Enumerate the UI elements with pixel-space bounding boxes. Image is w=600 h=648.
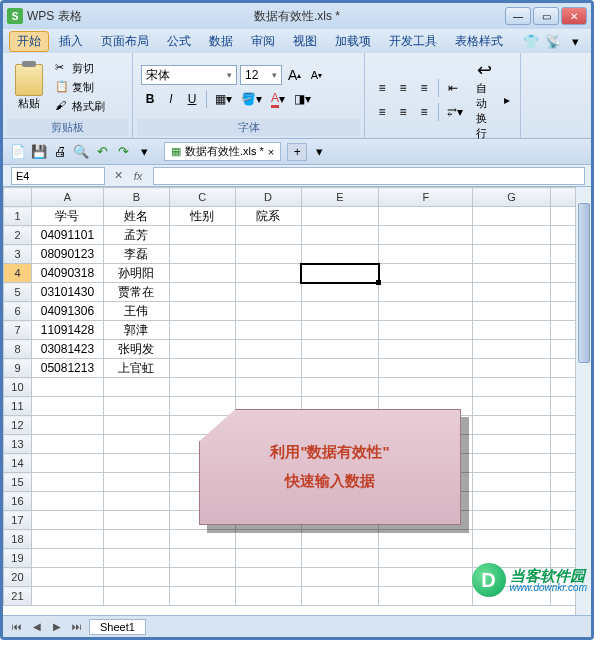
formula-input[interactable] [153,167,585,185]
cell-B17[interactable] [103,511,169,530]
cell-G16[interactable] [473,492,551,511]
row-header-2[interactable]: 2 [4,226,32,245]
cell-G20[interactable] [473,568,551,587]
cell-F6[interactable] [379,302,473,321]
sheet-nav-first[interactable]: ⏮ [9,619,25,635]
menu-devtools[interactable]: 开发工具 [381,31,445,52]
menu-pagelayout[interactable]: 页面布局 [93,31,157,52]
cell-E2[interactable] [301,226,379,245]
cell-A18[interactable] [31,530,103,549]
undo-icon[interactable]: ↶ [93,143,111,161]
cell-D10[interactable] [235,378,301,397]
menu-review[interactable]: 审阅 [243,31,283,52]
cell-B12[interactable] [103,416,169,435]
scrollbar-thumb[interactable] [578,203,590,363]
spreadsheet-grid[interactable]: ABCDEFG1学号姓名性别院系204091101孟芳308090123李磊40… [3,187,591,615]
cell-C19[interactable] [169,549,235,568]
cell-F7[interactable] [379,321,473,340]
cell-A10[interactable] [31,378,103,397]
cut-button[interactable]: ✂剪切 [53,60,107,77]
cell-B8[interactable]: 张明发 [103,340,169,359]
fx-icon[interactable]: fx [129,167,147,185]
cell-B16[interactable] [103,492,169,511]
bold-button[interactable]: B [141,89,159,109]
cell-C3[interactable] [169,245,235,264]
col-header-G[interactable]: G [473,188,551,207]
cell-G13[interactable] [473,435,551,454]
cell-G9[interactable] [473,359,551,378]
cell-G7[interactable] [473,321,551,340]
row-header-7[interactable]: 7 [4,321,32,340]
grow-font-button[interactable]: A▴ [285,65,304,85]
cell-G18[interactable] [473,530,551,549]
merge-button[interactable]: ⥂▾ [444,102,466,122]
cell-A15[interactable] [31,473,103,492]
cell-F5[interactable] [379,283,473,302]
print-icon[interactable]: 🖨 [51,143,69,161]
cell-G4[interactable] [473,264,551,283]
cell-D5[interactable] [235,283,301,302]
cell-A8[interactable]: 03081423 [31,340,103,359]
save-icon[interactable]: 💾 [30,143,48,161]
underline-button[interactable]: U [183,89,201,109]
align-bottom-button[interactable]: ≡ [415,78,433,98]
align-middle-button[interactable]: ≡ [394,78,412,98]
cell-C8[interactable] [169,340,235,359]
cell-F19[interactable] [379,549,473,568]
cell-A6[interactable]: 04091306 [31,302,103,321]
cell-A4[interactable]: 04090318 [31,264,103,283]
cell-E19[interactable] [301,549,379,568]
cell-F2[interactable] [379,226,473,245]
cell-B6[interactable]: 王伟 [103,302,169,321]
menu-tablestyle[interactable]: 表格样式 [447,31,511,52]
cell-A14[interactable] [31,454,103,473]
col-header-E[interactable]: E [301,188,379,207]
cell-B5[interactable]: 贾常在 [103,283,169,302]
cell-A7[interactable]: 11091428 [31,321,103,340]
cell-C1[interactable]: 性别 [169,207,235,226]
row-header-5[interactable]: 5 [4,283,32,302]
cell-A11[interactable] [31,397,103,416]
row-header-17[interactable]: 17 [4,511,32,530]
row-header-4[interactable]: 4 [4,264,32,283]
cell-E6[interactable] [301,302,379,321]
cell-B3[interactable]: 李磊 [103,245,169,264]
cell-E20[interactable] [301,568,379,587]
close-button[interactable]: ✕ [561,7,587,25]
cell-A21[interactable] [31,587,103,606]
cell-G10[interactable] [473,378,551,397]
col-header-C[interactable]: C [169,188,235,207]
row-header-10[interactable]: 10 [4,378,32,397]
fontcolor-button[interactable]: A▾ [268,89,288,109]
cell-B1[interactable]: 姓名 [103,207,169,226]
align-center-button[interactable]: ≡ [394,102,412,122]
cell-G6[interactable] [473,302,551,321]
cell-B2[interactable]: 孟芳 [103,226,169,245]
row-header-14[interactable]: 14 [4,454,32,473]
tab-list-icon[interactable]: ▾ [310,143,328,161]
indent-dec-button[interactable]: ⇤ [444,78,462,98]
cell-B10[interactable] [103,378,169,397]
cell-C6[interactable] [169,302,235,321]
cell-G2[interactable] [473,226,551,245]
cell-B19[interactable] [103,549,169,568]
sheet-tab-1[interactable]: Sheet1 [89,619,146,635]
cell-E21[interactable] [301,587,379,606]
redo-icon[interactable]: ↷ [114,143,132,161]
cell-F21[interactable] [379,587,473,606]
cell-G5[interactable] [473,283,551,302]
cell-A5[interactable]: 03101430 [31,283,103,302]
fillcolor-button[interactable]: 🪣▾ [238,89,265,109]
name-box[interactable]: E4 [11,167,105,185]
cell-G3[interactable] [473,245,551,264]
cell-C20[interactable] [169,568,235,587]
select-all-corner[interactable] [4,188,32,207]
row-header-20[interactable]: 20 [4,568,32,587]
row-header-11[interactable]: 11 [4,397,32,416]
cell-C2[interactable] [169,226,235,245]
menu-insert[interactable]: 插入 [51,31,91,52]
row-header-18[interactable]: 18 [4,530,32,549]
qat-more-icon[interactable]: ▾ [135,143,153,161]
cell-G8[interactable] [473,340,551,359]
cancel-formula-icon[interactable]: ✕ [109,167,127,185]
